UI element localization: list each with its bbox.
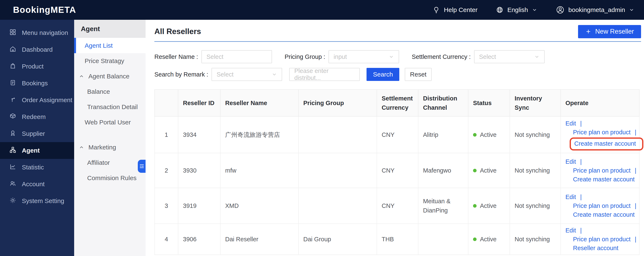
new-reseller-button[interactable]: New Reseller	[578, 25, 641, 38]
cell-settlement-currency: CNY	[377, 153, 418, 188]
row-index: 4	[154, 224, 178, 255]
cell-reseller-id: 3919	[178, 188, 220, 224]
col-pricing-group: Pricing Group	[298, 90, 377, 116]
user-menu[interactable]: bookingmeta_admin	[556, 6, 634, 14]
sidebar-item-label: Statistic	[22, 164, 44, 171]
table-row: 4 3906 Dai Reseller Dai Group THB Active…	[154, 224, 640, 255]
lightbulb-icon	[432, 6, 440, 14]
sidebar-item-label: Bookings	[22, 80, 48, 87]
link-separator: |	[580, 194, 582, 200]
submenu-item-affiliator[interactable]: Affiliator	[74, 155, 146, 170]
table-row: 3 3919 XMD CNY Meituan & DianPing Active…	[154, 188, 640, 224]
status-dropdown[interactable]: Active	[473, 166, 505, 175]
sidebar-item-system-setting[interactable]: System Setting	[0, 192, 74, 209]
create-master-account-link[interactable]: Create master account	[573, 211, 634, 218]
sidebar-item-agent[interactable]: Agent	[0, 142, 74, 159]
sidebar-item-menu-navigation[interactable]: Menu navigation	[0, 24, 74, 41]
reseller-account-link[interactable]: Reseller account	[573, 245, 618, 251]
price-plan-link[interactable]: Price plan on product	[573, 167, 630, 174]
cell-pricing-group	[298, 153, 377, 188]
cell-pricing-group	[298, 188, 377, 224]
price-plan-link[interactable]: Price plan on product	[573, 129, 630, 136]
help-center-button[interactable]: Help Center	[432, 6, 478, 14]
submenu-group-marketing[interactable]: Marketing	[74, 140, 146, 155]
status-dropdown[interactable]: Active	[473, 201, 505, 210]
sidebar-item-product[interactable]: Product	[0, 58, 74, 75]
edit-link[interactable]: Edit	[566, 194, 576, 200]
chevron-down-icon	[534, 54, 540, 60]
sidebar-item-supplier[interactable]: Supplier	[0, 125, 74, 142]
sidebar-item-label: Supplier	[22, 130, 45, 137]
main-content: All Resellers New Reseller Reseller Name…	[146, 20, 644, 256]
cell-distribution-channel	[418, 224, 468, 255]
submenu-item-price-stratagy[interactable]: Price Stratagy	[74, 53, 146, 69]
chevron-down-icon	[532, 7, 537, 13]
cell-settlement-currency: THB	[377, 224, 418, 255]
gear-icon	[9, 197, 16, 205]
create-master-account-link[interactable]: Create master account	[574, 140, 636, 147]
create-master-account-link[interactable]: Create master account	[573, 176, 634, 183]
submenu-item-balance[interactable]: Balance	[74, 84, 146, 99]
resellers-table: Reseller ID Reseller Name Pricing Group …	[154, 89, 640, 255]
submenu-item-web-portal-user[interactable]: Web Portal User	[74, 115, 146, 130]
search-by-remark-label: Search by Remark :	[154, 71, 208, 78]
edit-link[interactable]: Edit	[566, 158, 576, 165]
sidebar-item-label: Dashboard	[22, 46, 53, 53]
remark-input[interactable]: Please enter distribut...	[289, 68, 360, 81]
sidebar-item-label: Product	[22, 63, 44, 70]
status-label: Active	[480, 234, 496, 244]
route-split-icon	[9, 96, 16, 104]
submenu-item-transaction-detail[interactable]: Transaction Detail	[74, 99, 146, 115]
reseller-name-label: Reseller Name :	[154, 53, 198, 60]
sidebar-item-dashboard[interactable]: Dashboard	[0, 41, 74, 58]
cell-inventory-sync: Not synching	[510, 188, 560, 224]
annotation-highlight-box: Create master account	[570, 137, 643, 150]
cell-distribution-channel: Meituan & DianPing	[418, 188, 468, 224]
submenu-header: Agent	[74, 20, 146, 38]
cell-inventory-sync: Not synching	[510, 116, 560, 153]
language-selector[interactable]: English	[496, 6, 537, 14]
edit-link[interactable]: Edit	[566, 120, 576, 127]
sidebar-item-label: Redeem	[22, 113, 46, 120]
settlement-currency-select[interactable]: Select	[474, 50, 545, 63]
sidebar-item-label: System Setting	[22, 197, 64, 204]
cell-distribution-channel: Mafengwo	[418, 153, 468, 188]
status-dropdown[interactable]: Active	[473, 234, 505, 244]
submenu-item-agent-list[interactable]: Agent List	[74, 38, 146, 53]
reset-button[interactable]: Reset	[405, 68, 432, 81]
edit-link[interactable]: Edit	[566, 227, 576, 234]
link-separator: |	[635, 202, 636, 209]
secondary-sidebar: Agent Agent List Price Stratagy Agent Ba…	[74, 20, 146, 256]
search-button[interactable]: Search	[366, 68, 399, 81]
col-reseller-name: Reseller Name	[220, 90, 298, 116]
sidebar-item-statistic[interactable]: Statistic	[0, 159, 74, 176]
sidebar-item-order-assignment[interactable]: Order Assignment	[0, 92, 74, 108]
filter-bar: Reseller Name : Select Pricing Group : i…	[154, 50, 641, 81]
col-operate: Operate	[560, 90, 640, 116]
collapse-sidebar-button[interactable]	[138, 160, 146, 173]
cell-pricing-group	[298, 116, 377, 153]
pricing-group-select[interactable]: input	[328, 50, 399, 63]
plus-icon	[585, 28, 592, 35]
cell-reseller-id: 3906	[178, 224, 220, 255]
submenu-group-label: Marketing	[88, 144, 116, 151]
search-by-remark-select[interactable]: Select	[212, 68, 282, 81]
sidebar-item-redeem[interactable]: Redeem	[0, 108, 74, 125]
status-dot-icon	[473, 237, 476, 241]
submenu-item-commision-rules[interactable]: Commision Rules	[74, 170, 146, 186]
status-dropdown[interactable]: Active	[473, 130, 505, 139]
submenu-group-agent-balance[interactable]: Agent Balance	[74, 69, 146, 84]
medal-icon	[9, 129, 16, 138]
chevron-down-icon	[629, 7, 634, 13]
chevron-down-icon	[272, 72, 277, 77]
sidebar-item-bookings[interactable]: Bookings	[0, 75, 74, 92]
reseller-name-select[interactable]: Select	[202, 50, 272, 63]
row-index: 2	[154, 153, 178, 188]
cell-reseller-id: 3930	[178, 153, 220, 188]
sidebar-item-account[interactable]: Account	[0, 176, 74, 192]
chevron-up-icon	[79, 145, 84, 150]
link-separator: |	[580, 158, 582, 165]
price-plan-link[interactable]: Price plan on product	[573, 202, 630, 209]
username-label: bookingmeta_admin	[568, 6, 625, 14]
price-plan-link[interactable]: Price plan on product	[573, 236, 630, 242]
